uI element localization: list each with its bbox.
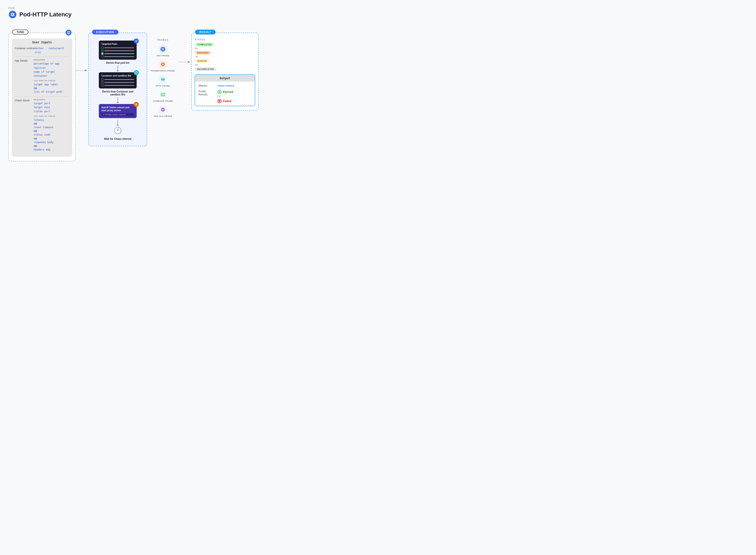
probes-section: PROBES K8S PROBE PROMETHEUS PR [147,37,179,122]
container-sandbox-card: Container and sandbox IDs [99,72,137,88]
chaos-opt-1: latency [34,118,69,122]
svg-point-3 [68,32,69,33]
status-or-2: OR [195,55,255,58]
step2-label: Derive final Container andsandbox IDs [102,90,133,96]
iptables-title: Add IP Tables ruleset and start proxy se… [101,106,134,112]
app-detail-2: name of target container [34,70,69,78]
title-text: Pod-HTTP Latency [19,11,72,18]
user-inputs-title: User Inputs [15,41,69,44]
svg-point-12 [162,64,164,65]
kubernetes-icon [8,10,17,19]
metrics-row: Metrics chaos metrics [199,84,251,87]
failed-label-text: Failed [223,99,231,103]
chaos-required: REQUIRED [34,98,69,101]
probes-label: PROBES [149,39,177,41]
targeted-pods-card: Targeted Pods [99,41,137,60]
command-probe-icon [158,90,168,99]
tune-icon [65,29,72,37]
status-or-3: OR [195,64,255,66]
app-or-1: OR [34,87,69,89]
chaos-opt-2: reset timeout [34,125,69,129]
app-option-2: list of target pods [34,90,69,94]
arrow-down-1 [118,66,118,71]
probes-to-result-arrow [179,26,191,64]
app-details-values: REQUIRED percentage of app replicas name… [34,59,69,94]
status-completed: COMPLETED [195,42,255,46]
chaos-inputs-row: Chaos Inputs REQUIRED target port target… [15,98,69,154]
output-body: Metrics chaos metrics ProbeResults Passe… [195,82,255,106]
arrow-down-2 [118,97,118,102]
svg-rect-6 [135,72,137,74]
prometheus-icon [158,60,168,69]
output-card: Output Metrics chaos metrics ProbeResult… [195,74,255,106]
container-sandbox-title: Container and sandbox IDs [101,74,134,77]
http-probe: HTTP PROBE [149,75,177,87]
k8s-probe: K8S PROBE [149,45,177,57]
metrics-value: chaos metrics [217,84,234,87]
http-probe-label: HTTP PROBE [156,85,170,87]
probe-results-values: Passed OR Failed [217,90,233,103]
step1-label: Derive final pod list [106,61,129,64]
result-box: RESULT STATUS COMPLETED OR ERRORED OR QU… [191,33,259,111]
output-header: Output [195,75,255,82]
probe-or: OR [217,95,233,98]
status-or-1: OR [195,47,255,50]
prometheus-probe-label: PROMETHEUS PROBE [151,70,175,72]
chaos-or-2: OR [34,130,69,132]
status-title: STATUS [195,38,255,41]
chaos-opt-5: headers map [34,148,69,152]
chaos-inputs-values: REQUIRED target port target host listen … [34,98,69,152]
privilege-badge: ℹ Privilege access required [101,113,134,116]
passed-row: Passed [217,90,233,94]
clock-icon: 🕐 [114,127,122,134]
app-option-1: target app label [34,83,69,87]
srm-probe-icon [158,105,168,114]
result-label: RESULT [195,30,215,35]
app-details-row: App Details REQUIRED percentage of app r… [15,59,69,96]
container-runtime-row: Container runtime docker , containerd cr… [15,46,69,57]
app-detail-1: percentage of app replicas [34,62,69,70]
svg-point-1 [12,14,13,15]
chaos-or-3: OR [34,137,69,140]
chaos-or-4: OR [34,145,69,147]
status-section: STATUS COMPLETED OR ERRORED OR QUEUED OR… [195,38,255,71]
execution-box: EXECUTION Targeted Pods [88,33,147,146]
container-runtime-values: docker , containerd crio [35,46,69,54]
failed-row: Failed [217,99,233,103]
fault-label: Fault [8,6,748,9]
execution-label: EXECUTION [92,30,118,35]
chaos-or-1: OR [34,123,69,125]
iptables-card: ⭐ Add IP Tables ruleset and start proxy … [99,104,137,118]
any-one-2: ANY ONE OF THESE [34,115,69,117]
chaos-value-3: listen port [34,110,69,114]
k8s-probe-icon [158,45,168,54]
probe-results-row: ProbeResults Passed OR [199,90,251,103]
tune-to-exec-arrow [76,26,88,73]
container-runtime-label: Container runtime [15,46,35,50]
app-details-label: App Details [15,59,34,62]
errored-badge: ERRORED [195,51,211,55]
chaos-opt-3: status code [34,133,69,137]
app-details-required: REQUIRED [34,59,69,61]
wait-label: Wait for Chaos Interval [104,137,131,140]
http-probe-icon [158,75,168,84]
iptables-icon: ⭐ [134,102,139,107]
status-queued: QUEUED [195,59,255,63]
arrow-down-3 [118,120,118,125]
container-runtime-value1: docker , containerd [35,46,69,50]
incompleted-badge: INCOMPLETED [195,67,216,71]
command-probe-label: COMMAND PROBE [153,100,173,102]
chaos-value-1: target port [34,101,69,105]
tune-box-label: TUNE [12,30,28,35]
targeted-pods-title: Targeted Pods [101,43,134,45]
k8s-probe-label: K8S PROBE [157,55,169,57]
passed-label-text: Passed [223,90,233,93]
srm-probe-label: SRM SLO PROBE [154,115,172,117]
any-one-1: ANY ONE OF THESE [34,80,69,82]
chaos-inputs-label: Chaos Inputs [15,98,34,102]
wait-card: 🕐 Wait for Chaos Interval [104,127,131,142]
svg-rect-17 [161,93,165,96]
chaos-opt-4: response body [34,140,69,144]
metrics-label: Metrics [199,84,215,87]
svg-point-9 [163,49,164,50]
